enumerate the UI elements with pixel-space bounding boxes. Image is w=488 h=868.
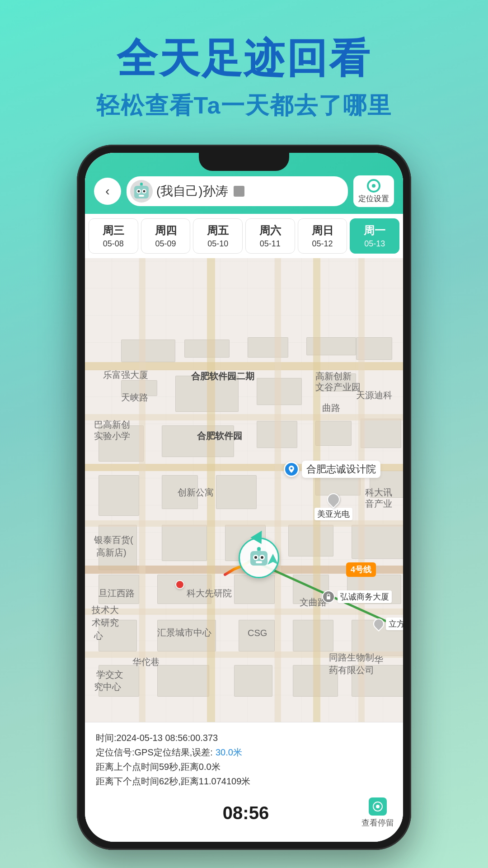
road — [139, 258, 145, 722]
location-settings-button[interactable]: 定位设置 — [353, 175, 394, 207]
view-stays-button[interactable]: 查看停留 — [361, 797, 394, 828]
view-stays-label: 查看停留 — [361, 817, 394, 828]
map-label: 文谷产业园 — [315, 381, 361, 393]
map-label: 天峡路 — [121, 392, 148, 404]
avatar — [130, 180, 153, 203]
road — [85, 609, 403, 615]
svg-point-20 — [376, 805, 380, 808]
direction-arrow — [265, 552, 281, 570]
map-label: 究中心 — [94, 681, 121, 693]
info-panel: 时间:2024-05-13 08:56:00.373 定位信号:GPS定位结果,… — [85, 722, 403, 793]
user-name-label: (我自己)孙涛 — [156, 183, 228, 200]
bottom-nav: 08:56 查看停留 — [85, 793, 403, 842]
road — [275, 258, 281, 722]
tab-wed[interactable]: 周三 05-08 — [89, 218, 138, 254]
tab-thu[interactable]: 周四 05-09 — [141, 218, 191, 254]
info-line-4: 距离下个点时间62秒,距离11.074109米 — [96, 774, 392, 788]
info-line-2: 定位信号:GPS定位结果,误差:30.0米 — [96, 745, 392, 760]
time-display: 08:56 — [130, 803, 361, 823]
map-label: 汇景城市中心 — [157, 627, 211, 639]
building — [162, 525, 207, 561]
poi-zhicheng: 合肥志诚设计院 — [284, 461, 380, 478]
location-icon — [367, 179, 380, 193]
map-label: 心 — [94, 630, 103, 642]
map-label: 科大先研院 — [187, 587, 232, 599]
svg-marker-18 — [267, 554, 278, 565]
svg-point-14 — [261, 556, 263, 559]
day-tabs: 周三 05-08 周四 05-09 周五 05-10 周六 05-11 — [85, 214, 403, 258]
building — [234, 575, 275, 604]
expand-icon — [234, 186, 244, 197]
svg-point-4 — [143, 190, 145, 193]
page-subtitle: 轻松查看Ta一天都去了哪里 — [0, 90, 488, 122]
page-title: 全天足迹回看 — [0, 36, 488, 81]
building — [248, 337, 288, 358]
svg-point-3 — [138, 190, 140, 193]
building — [99, 475, 139, 516]
building — [234, 665, 272, 697]
map-label: 学交文 — [96, 669, 123, 681]
map-label: 高新店) — [96, 547, 127, 559]
svg-rect-5 — [139, 195, 144, 197]
building — [157, 665, 209, 697]
svg-point-7 — [140, 183, 143, 185]
road-badge: 4号线 — [346, 562, 376, 577]
tab-fri[interactable]: 周五 05-10 — [193, 218, 243, 254]
poi-hongcheng: 弘诚商务大厦 — [322, 590, 392, 603]
phone-frame: ‹ — [77, 145, 411, 850]
tab-sat[interactable]: 周六 05-11 — [245, 218, 295, 254]
map-label: 同路生物制 — [329, 651, 374, 664]
back-button[interactable]: ‹ — [94, 178, 121, 205]
stays-icon — [369, 797, 387, 816]
map-label: 合肥软件园 — [197, 430, 242, 442]
map-label: 华佗巷 — [132, 656, 160, 668]
svg-rect-9 — [327, 596, 330, 599]
poi-meiya: 美亚光电 — [314, 493, 352, 520]
user-selector[interactable]: (我自己)孙涛 — [127, 176, 348, 206]
svg-point-17 — [257, 547, 261, 551]
phone-notch — [199, 153, 289, 171]
building — [121, 340, 175, 362]
svg-point-13 — [254, 556, 257, 559]
tab-mon[interactable]: 周一 05-13 — [350, 218, 399, 254]
svg-rect-15 — [256, 561, 262, 563]
map-label: 银泰百货( — [94, 534, 133, 546]
building — [315, 421, 352, 446]
map-label: 药有限公司 — [329, 664, 374, 676]
map-label: 术研究 — [92, 617, 119, 629]
info-line-1: 时间:2024-05-13 08:56:00.373 — [96, 731, 392, 745]
map-label: 乐富强大厦 — [103, 369, 148, 381]
map-label: 科大讯 — [365, 486, 392, 499]
road — [313, 258, 320, 722]
map-label: 华 — [374, 654, 383, 666]
info-line-3: 距离上个点时间59秒,距离0.0米 — [96, 760, 392, 774]
location-btn-label: 定位设置 — [358, 193, 389, 204]
poi-keda — [175, 580, 184, 589]
building — [361, 419, 401, 448]
map-label: 天源迪科 — [356, 389, 392, 401]
map-view[interactable]: 乐富强大厦 天峡路 巴高新创 实验小学 合肥软件园二期 合肥软件园 高新创新 文… — [85, 258, 403, 722]
map-label: 实验小学 — [94, 430, 130, 442]
building — [216, 475, 257, 509]
map-label: 技术大 — [92, 604, 119, 616]
map-label: 合肥软件园二期 — [191, 370, 254, 382]
map-label: 旦江西路 — [99, 587, 135, 599]
map-label: 高新创新 — [315, 370, 352, 382]
building — [288, 525, 333, 557]
map-label: CSG — [248, 628, 267, 638]
tab-sun[interactable]: 周日 05-12 — [298, 218, 347, 254]
map-label: 曲路 — [322, 402, 340, 414]
map-label: 创新公寓 — [178, 486, 214, 499]
poi-lifang: 立方制 — [373, 618, 403, 630]
map-label: 巴高新创 — [94, 419, 130, 431]
road — [85, 520, 403, 527]
road — [85, 414, 403, 420]
map-label: 音产业 — [365, 498, 392, 510]
